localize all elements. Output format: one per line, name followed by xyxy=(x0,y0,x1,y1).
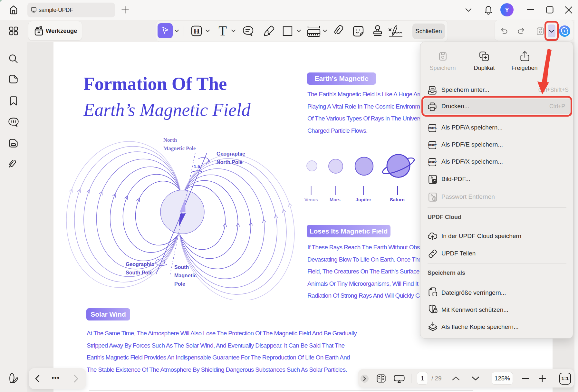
svg-text:Pole: Pole xyxy=(174,281,185,287)
svg-text:Magnetic Pole: Magnetic Pole xyxy=(163,145,196,151)
svg-text:PDF/X: PDF/X xyxy=(428,161,437,164)
svg-text:Geographic: Geographic xyxy=(217,151,245,157)
svg-text:Magnetic: Magnetic xyxy=(174,273,197,278)
svg-text:H: H xyxy=(194,27,200,35)
svg-text:PDF/A: PDF/A xyxy=(428,127,437,130)
svg-text:Saturn: Saturn xyxy=(390,197,405,202)
svg-text:South: South xyxy=(174,264,189,270)
svg-text:PDF/E: PDF/E xyxy=(428,144,437,147)
svg-text:1.5: 1.5 xyxy=(194,164,200,169)
svg-text:North Pole: North Pole xyxy=(217,159,243,165)
svg-text:South Pole: South Pole xyxy=(126,270,153,275)
svg-text:T: T xyxy=(218,25,227,37)
svg-text:North: North xyxy=(163,137,177,143)
svg-text:Geographic: Geographic xyxy=(126,262,154,267)
